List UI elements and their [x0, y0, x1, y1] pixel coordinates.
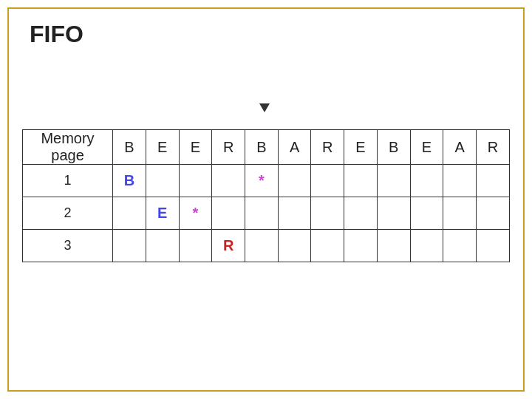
cell-r1-c6 — [311, 197, 344, 230]
header-cell-5: A — [278, 130, 311, 165]
memory-page-label: Memory page — [23, 130, 113, 165]
row-label-2: 3 — [23, 230, 113, 262]
header-cell-7: E — [344, 130, 378, 165]
cell-r0-c11 — [477, 165, 510, 197]
page-title: FIFO — [30, 21, 83, 48]
cell-r2-c5 — [278, 230, 311, 262]
cell-r0-c6 — [311, 165, 344, 197]
fifo-table: Memory pageBEERBAREBEAR1B*2E*3R — [22, 129, 510, 262]
cell-r2-c10 — [443, 230, 477, 262]
cell-r0-c2 — [179, 165, 212, 197]
header-cell-8: B — [377, 130, 410, 165]
cell-r0-c8 — [377, 165, 410, 197]
cell-r1-c7 — [344, 197, 378, 230]
cell-r0-c7 — [344, 165, 378, 197]
header-cell-6: R — [311, 130, 344, 165]
header-cell-11: R — [477, 130, 510, 165]
cell-r2-c1 — [146, 230, 179, 262]
cell-r2-c0 — [113, 230, 146, 262]
cell-r1-c2: * — [179, 197, 212, 230]
cell-r2-c6 — [311, 230, 344, 262]
cell-r1-c4 — [245, 197, 278, 230]
cell-r1-c9 — [410, 197, 443, 230]
fifo-table-container: Memory pageBEERBAREBEAR1B*2E*3R — [22, 129, 510, 262]
header-cell-4: B — [245, 130, 278, 165]
cell-r1-c3 — [212, 197, 245, 230]
cell-r1-c8 — [377, 197, 410, 230]
cell-r0-c1 — [146, 165, 179, 197]
header-cell-2: E — [179, 130, 212, 165]
cell-r0-c5 — [278, 165, 311, 197]
cell-r2-c11 — [477, 230, 510, 262]
cell-r0-c9 — [410, 165, 443, 197]
row-label-0: 1 — [23, 165, 113, 197]
cell-r1-c0 — [113, 197, 146, 230]
cell-r0-c4: * — [245, 165, 278, 197]
cell-r0-c3 — [212, 165, 245, 197]
header-cell-9: E — [410, 130, 443, 165]
header-cell-0: B — [113, 130, 146, 165]
cell-r1-c11 — [477, 197, 510, 230]
cell-r2-c4 — [245, 230, 278, 262]
cell-r1-c5 — [278, 197, 311, 230]
cell-r2-c2 — [179, 230, 212, 262]
row-label-1: 2 — [23, 197, 113, 230]
cell-r1-c1: E — [146, 197, 179, 230]
header-cell-10: A — [443, 130, 477, 165]
cell-r2-c7 — [344, 230, 378, 262]
header-cell-1: E — [146, 130, 179, 165]
cell-r2-c9 — [410, 230, 443, 262]
cell-r2-c8 — [377, 230, 410, 262]
cell-r2-c3: R — [212, 230, 245, 262]
header-cell-3: R — [212, 130, 245, 165]
cell-r0-c10 — [443, 165, 477, 197]
cell-r1-c10 — [443, 197, 477, 230]
cell-r0-c0: B — [113, 165, 146, 197]
